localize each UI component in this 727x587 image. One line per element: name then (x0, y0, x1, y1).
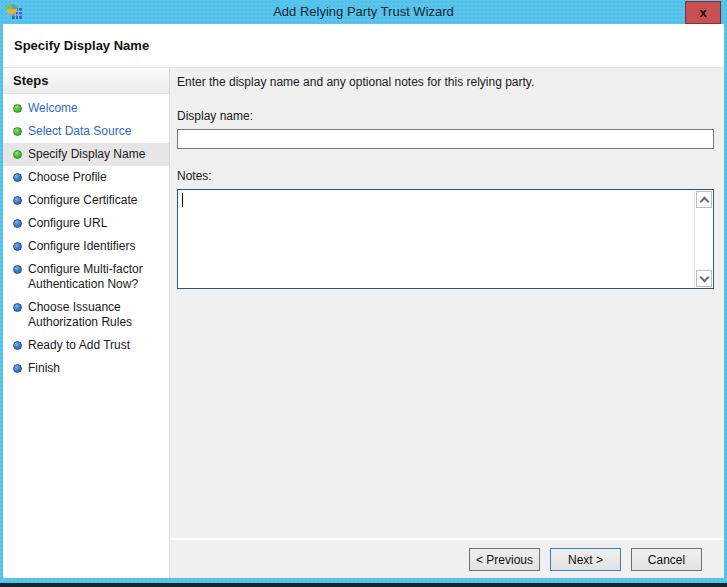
chevron-down-icon (699, 272, 709, 282)
sidebar-step-configure-multi-factor-authentication-now: Configure Multi-factor Authentication No… (3, 258, 169, 296)
step-status-icon (13, 303, 22, 312)
sidebar-step-configure-identifiers: Configure Identifiers (3, 235, 169, 258)
window-title: Add Relying Party Trust Wizard (0, 4, 727, 19)
close-button[interactable]: x (685, 1, 721, 24)
step-label: Finish (28, 361, 60, 376)
scroll-down-button[interactable] (696, 270, 712, 287)
wizard-window: Add Relying Party Trust Wizard x Specify… (0, 0, 727, 587)
step-status-icon (13, 196, 22, 205)
step-status-icon (13, 341, 22, 350)
cancel-button[interactable]: Cancel (631, 548, 702, 571)
steps-list: WelcomeSelect Data SourceSpecify Display… (3, 97, 169, 380)
text-caret (182, 193, 183, 207)
close-icon: x (699, 5, 706, 20)
sidebar-step-select-data-source[interactable]: Select Data Source (3, 120, 169, 143)
step-label: Configure Identifiers (28, 239, 135, 254)
dialog-frame: Specify Display Name Steps WelcomeSelect… (3, 24, 724, 578)
next-button[interactable]: Next > (550, 548, 621, 571)
title-bar: Add Relying Party Trust Wizard x (0, 0, 727, 24)
page-title: Specify Display Name (14, 38, 149, 53)
sidebar-step-specify-display-name: Specify Display Name (3, 143, 169, 166)
step-status-icon (13, 219, 22, 228)
main-panel: Enter the display name and any optional … (170, 68, 724, 578)
step-status-icon (13, 364, 22, 373)
notes-textarea[interactable] (177, 189, 714, 289)
step-label: Configure Certificate (28, 193, 137, 208)
taskbar-strip (0, 583, 727, 587)
previous-button[interactable]: < Previous (469, 548, 540, 571)
scroll-up-button[interactable] (696, 191, 712, 208)
step-status-icon (13, 104, 22, 113)
sidebar-step-finish: Finish (3, 357, 169, 380)
sidebar-step-welcome[interactable]: Welcome (3, 97, 169, 120)
content-area: Enter the display name and any optional … (170, 68, 724, 538)
chevron-up-icon (699, 197, 709, 207)
body-row: Steps WelcomeSelect Data SourceSpecify D… (3, 68, 724, 578)
step-label: Ready to Add Trust (28, 338, 130, 353)
step-status-icon (13, 265, 22, 274)
step-label: Choose Profile (28, 170, 107, 185)
step-label: Select Data Source (28, 124, 131, 139)
step-label: Choose Issuance Authorization Rules (28, 300, 165, 330)
sidebar-step-choose-profile: Choose Profile (3, 166, 169, 189)
sidebar-step-configure-certificate: Configure Certificate (3, 189, 169, 212)
sidebar-step-ready-to-add-trust: Ready to Add Trust (3, 334, 169, 357)
display-name-label: Display name: (177, 109, 714, 123)
instruction-text: Enter the display name and any optional … (177, 75, 714, 89)
step-status-icon (13, 127, 22, 136)
footer-button-bar: < Previous Next > Cancel (170, 540, 724, 578)
step-label: Welcome (28, 101, 78, 116)
display-name-input[interactable] (177, 129, 714, 149)
step-label: Specify Display Name (28, 147, 145, 162)
steps-header: Steps (3, 68, 169, 94)
step-status-icon (13, 173, 22, 182)
notes-label: Notes: (177, 169, 714, 183)
page-header: Specify Display Name (3, 24, 724, 68)
step-status-icon (13, 150, 22, 159)
notes-scrollbar[interactable] (694, 191, 712, 287)
step-label: Configure Multi-factor Authentication No… (28, 262, 165, 292)
sidebar-step-configure-url: Configure URL (3, 212, 169, 235)
sidebar-step-choose-issuance-authorization-rules: Choose Issuance Authorization Rules (3, 296, 169, 334)
steps-sidebar: Steps WelcomeSelect Data SourceSpecify D… (3, 68, 170, 578)
step-status-icon (13, 242, 22, 251)
step-label: Configure URL (28, 216, 107, 231)
